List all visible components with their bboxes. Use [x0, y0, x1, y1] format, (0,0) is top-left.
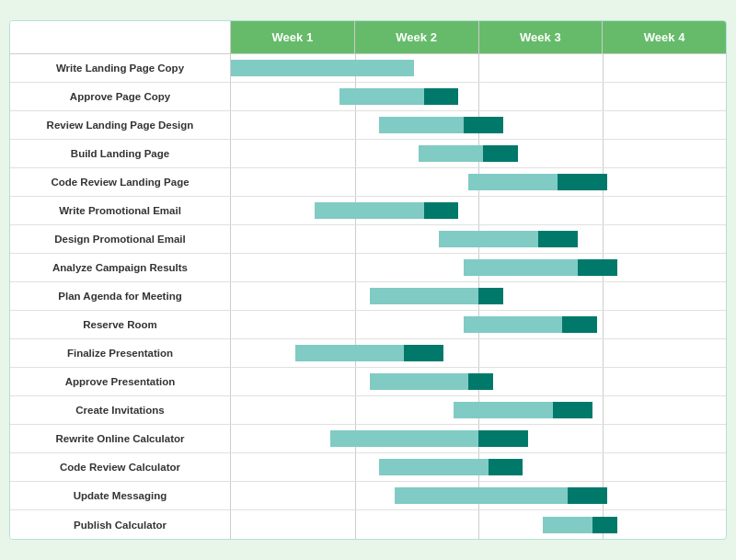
task-label: Rewrite Online Calculator	[10, 425, 231, 452]
gantt-area	[231, 282, 726, 310]
task-label: Reserve Room	[10, 311, 231, 338]
gantt-bar	[424, 202, 459, 219]
task-row: Create Invitations	[10, 396, 726, 425]
task-row: Code Review Calculator	[10, 453, 726, 482]
gantt-bar	[468, 174, 558, 190]
week2-header: Week 2	[355, 21, 479, 54]
task-row: Reserve Room	[10, 311, 726, 339]
gantt-area	[231, 225, 726, 253]
task-row: Plan Agenda for Meeting	[10, 282, 726, 311]
gantt-bar	[483, 145, 518, 162]
gantt-area	[231, 168, 726, 196]
task-row: Rewrite Online Calculator	[10, 425, 726, 453]
chart-header: Week 1 Week 2 Week 3 Week 4	[10, 21, 726, 54]
gantt-bar	[231, 60, 414, 76]
task-label: Build Landing Page	[10, 140, 231, 167]
gantt-bar	[330, 430, 478, 447]
gantt-bar	[424, 88, 459, 105]
gantt-chart: Week 1 Week 2 Week 3 Week 4 Write Landin…	[9, 20, 727, 540]
gantt-area	[231, 396, 726, 424]
gantt-bar	[478, 430, 528, 447]
gantt-bar	[464, 117, 503, 133]
week3-header: Week 3	[479, 21, 604, 54]
task-label: Update Messaging	[10, 482, 231, 509]
gantt-bar	[295, 345, 404, 361]
gantt-bar	[419, 145, 483, 162]
gantt-bar	[538, 231, 578, 247]
gantt-bar	[553, 402, 592, 418]
task-label: Create Invitations	[10, 396, 231, 424]
gantt-bar	[489, 459, 523, 475]
gantt-area	[231, 254, 726, 281]
task-row: Update Messaging	[10, 482, 726, 510]
gantt-bar	[379, 459, 488, 475]
task-row: Approve Presentation	[10, 368, 726, 396]
gantt-bar	[578, 259, 617, 276]
task-label: Plan Agenda for Meeting	[10, 282, 231, 310]
gantt-area	[231, 453, 726, 481]
gantt-bar	[592, 517, 617, 533]
gantt-bar	[464, 316, 563, 333]
gantt-area	[231, 111, 726, 139]
task-row: Analyze Campaign Results	[10, 254, 726, 282]
gantt-bar	[568, 487, 607, 504]
gantt-bar	[379, 117, 463, 133]
week4-header: Week 4	[603, 21, 726, 54]
task-row: Review Landing Page Design	[10, 111, 726, 140]
gantt-area	[231, 482, 726, 509]
gantt-bar	[395, 487, 568, 504]
task-label: Finalize Presentation	[10, 339, 231, 367]
task-label: Write Landing Page Copy	[10, 54, 231, 82]
task-label: Write Promotional Email	[10, 197, 231, 224]
gantt-bar	[562, 316, 597, 333]
gantt-bar	[339, 88, 423, 105]
label-column-header	[10, 21, 231, 54]
task-row: Publish Calculator	[10, 510, 726, 539]
task-row: Approve Page Copy	[10, 83, 726, 111]
task-row: Write Landing Page Copy	[10, 54, 726, 83]
task-row: Build Landing Page	[10, 140, 726, 168]
week1-header: Week 1	[231, 21, 355, 54]
gantt-bar	[370, 288, 478, 304]
gantt-area	[231, 425, 726, 452]
gantt-bar	[439, 231, 538, 247]
task-row: Finalize Presentation	[10, 339, 726, 368]
gantt-area	[231, 510, 726, 539]
gantt-rows: Write Landing Page CopyApprove Page Copy…	[10, 54, 726, 539]
gantt-area	[231, 140, 726, 167]
task-label: Analyze Campaign Results	[10, 254, 231, 281]
task-row: Write Promotional Email	[10, 197, 726, 225]
weeks-header: Week 1 Week 2 Week 3 Week 4	[231, 21, 726, 54]
gantt-area	[231, 83, 726, 110]
gantt-bar	[478, 288, 503, 304]
task-row: Design Promotional Email	[10, 225, 726, 254]
gantt-area	[231, 197, 726, 224]
task-row: Code Review Landing Page	[10, 168, 726, 197]
task-label: Approve Presentation	[10, 368, 231, 395]
gantt-bar	[464, 259, 578, 276]
task-label: Publish Calculator	[10, 510, 231, 539]
gantt-bar	[543, 517, 592, 533]
gantt-area	[231, 54, 726, 82]
gantt-bar	[404, 345, 443, 361]
task-label: Code Review Landing Page	[10, 168, 231, 196]
gantt-bar	[454, 402, 553, 418]
gantt-area	[231, 339, 726, 367]
task-label: Review Landing Page Design	[10, 111, 231, 139]
gantt-bar	[468, 373, 493, 390]
gantt-area	[231, 368, 726, 395]
gantt-bar	[558, 174, 607, 190]
task-label: Approve Page Copy	[10, 83, 231, 110]
gantt-bar	[315, 202, 423, 219]
task-label: Code Review Calculator	[10, 453, 231, 481]
task-label: Design Promotional Email	[10, 225, 231, 253]
gantt-area	[231, 311, 726, 338]
gantt-bar	[370, 373, 469, 390]
